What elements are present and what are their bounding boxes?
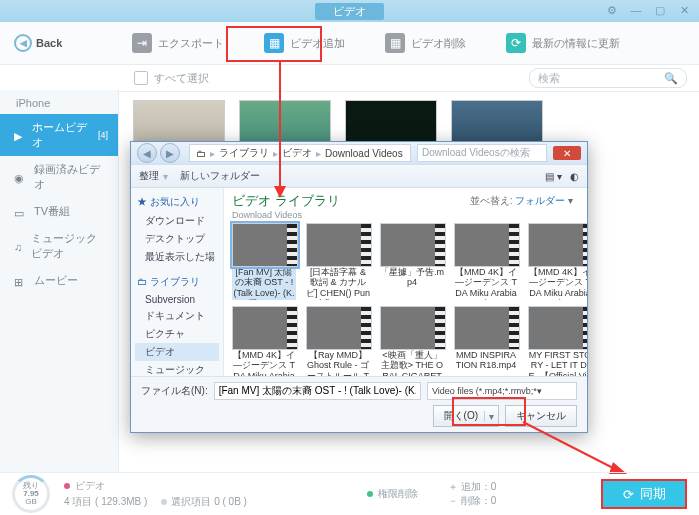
device-name: iPhone bbox=[16, 97, 50, 109]
main-toolbar: ◀ Back ⇥ エクスポート ▦ ビデオ追加 ▦ ビデオ削除 ⟳ 最新の情報に… bbox=[0, 22, 699, 65]
sidebar-item-tv[interactable]: ▭ TV番組 bbox=[0, 198, 118, 225]
sync-button[interactable]: ⟳ 同期 bbox=[601, 479, 687, 509]
file-item[interactable]: 【MMD 4K】イ―ジーデンス TDA Miku Arabian Princ..… bbox=[528, 223, 587, 300]
sidebar: iPhone ▶ ホームビデオ [4] ◉ 録画済みビデオ ▭ TV番組 ♫ ミ… bbox=[0, 90, 119, 473]
delete-video-label: ビデオ削除 bbox=[411, 36, 466, 51]
filetype-filter[interactable]: Video files (*.mp4;*.rmvb;* ▾ bbox=[427, 382, 577, 400]
nav-forward-icon[interactable]: ▶ bbox=[160, 143, 180, 163]
filename-input[interactable] bbox=[214, 382, 421, 400]
file-thumb-icon bbox=[380, 306, 446, 350]
file-name: <映画「重人」主題歌> THE ORAL CIGARETTES... bbox=[380, 350, 444, 376]
nav-favorites[interactable]: ★ お気に入り bbox=[135, 192, 219, 212]
nav-music[interactable]: ミュージック bbox=[135, 361, 219, 376]
nav-videos[interactable]: ビデオ bbox=[135, 343, 219, 361]
disk-meter: 残り 7.95 GB bbox=[12, 475, 50, 513]
minimize-icon[interactable]: — bbox=[627, 3, 645, 17]
sort-control[interactable]: 並べ替え: フォルダー ▾ bbox=[470, 194, 573, 208]
sidebar-item-music-video[interactable]: ♫ ミュージックビデオ bbox=[0, 225, 118, 267]
help-icon[interactable]: ◐ bbox=[570, 171, 579, 182]
maximize-icon[interactable]: ▢ bbox=[651, 3, 669, 17]
file-name: [Fan MV] 太陽の末裔 OST - ! (Talk Love)- (K.w… bbox=[232, 267, 296, 300]
nav-recent[interactable]: 最近表示した場 bbox=[135, 248, 219, 266]
selection-bar: すべて選択 検索 🔍 bbox=[0, 65, 699, 92]
file-thumb-icon bbox=[454, 306, 520, 350]
dialog-nav-pane: ★ お気に入り ダウンロード デスクトップ 最近表示した場 🗀 ライブラリ Su… bbox=[131, 188, 224, 376]
search-input[interactable]: 検索 🔍 bbox=[529, 68, 687, 88]
cancel-button[interactable]: キャンセル bbox=[505, 405, 577, 427]
dialog-close-icon[interactable]: ✕ bbox=[553, 146, 581, 160]
refresh-icon: ⟳ bbox=[506, 33, 526, 53]
back-label: Back bbox=[36, 37, 62, 49]
delete-video-icon: ▦ bbox=[385, 33, 405, 53]
app-title: ビデオ bbox=[315, 3, 384, 20]
file-item[interactable]: [日本語字幕 & 歌詞 & カナルビ] CHEN() Punch() - Eve… bbox=[306, 223, 370, 300]
nav-documents[interactable]: ドキュメント bbox=[135, 307, 219, 325]
refresh-button[interactable]: ⟳ 最新の情報に更新 bbox=[506, 33, 620, 53]
sidebar-item-recorded[interactable]: ◉ 録画済みビデオ bbox=[0, 156, 118, 198]
file-item[interactable]: <映画「重人」主題歌> THE ORAL CIGARETTES... bbox=[380, 306, 444, 376]
video-dot-icon bbox=[64, 483, 70, 489]
export-button[interactable]: ⇥ エクスポート bbox=[132, 33, 224, 53]
file-name: MY FIRST STORY - LET IT DIE -【Official V… bbox=[528, 350, 587, 376]
search-icon: 🔍 bbox=[664, 72, 678, 85]
file-item[interactable]: 【Ray MMD】Ghost Rule - ゴーストルール TDA Yowane… bbox=[306, 306, 370, 376]
nav-pictures[interactable]: ピクチャ bbox=[135, 325, 219, 343]
perm-dot-icon bbox=[367, 491, 373, 497]
dialog-footer: ファイル名(N): Video files (*.mp4;*.rmvb;* ▾ … bbox=[131, 376, 587, 432]
sel-dot-icon bbox=[161, 499, 167, 505]
sidebar-item-home-video[interactable]: ▶ ホームビデオ [4] bbox=[0, 114, 118, 156]
nav-desktop[interactable]: デスクトップ bbox=[135, 230, 219, 248]
sidebar-item-label: ムービー bbox=[34, 273, 78, 288]
movie-icon: ⊞ bbox=[14, 276, 26, 286]
tv-icon: ▭ bbox=[14, 207, 26, 217]
video-label: ビデオ bbox=[75, 479, 105, 493]
file-item[interactable]: MY FIRST STORY - LET IT DIE -【Official V… bbox=[528, 306, 587, 376]
dialog-search-placeholder: Download Videosの検索 bbox=[422, 146, 530, 160]
nav-downloads[interactable]: ダウンロード bbox=[135, 212, 219, 230]
sidebar-item-label: TV番組 bbox=[34, 204, 70, 219]
dialog-titlebar: ◀ ▶ 🗀 ▸ライブラリ ▸ビデオ ▸Download Videos Downl… bbox=[131, 142, 587, 164]
sidebar-item-movie[interactable]: ⊞ ムービー bbox=[0, 267, 118, 294]
open-button[interactable]: 開く(O) bbox=[433, 405, 499, 427]
file-name: 【Ray MMD】Ghost Rule - ゴーストルール TDA Yowane… bbox=[306, 350, 370, 376]
file-item[interactable]: 【MMD 4K】イ―ジーデンス TDA Miku Arabian Princ..… bbox=[232, 306, 296, 376]
breadcrumb-part[interactable]: ビデオ bbox=[282, 146, 312, 160]
recorded-icon: ◉ bbox=[14, 172, 26, 182]
file-item[interactable]: MMD INSPIRATION R18.mp4 bbox=[454, 306, 518, 376]
file-name: 【MMD 4K】イ―ジーデンス TDA Miku Arabian Princ..… bbox=[528, 267, 587, 300]
sync-icon: ⟳ bbox=[623, 487, 634, 502]
file-thumb-icon bbox=[232, 306, 298, 350]
organize-menu[interactable]: 整理 bbox=[139, 169, 159, 183]
file-item[interactable]: 「星據」予告.mp4 bbox=[380, 223, 444, 300]
nav-libraries[interactable]: 🗀 ライブラリ bbox=[135, 272, 219, 292]
gear-icon[interactable]: ⚙ bbox=[603, 3, 621, 17]
file-item[interactable]: [Fan MV] 太陽の末裔 OST - ! (Talk Love)- (K.w… bbox=[232, 223, 296, 300]
items-summary: 4 項目 ( 129.3MB ) bbox=[64, 495, 147, 509]
breadcrumb[interactable]: 🗀 ▸ライブラリ ▸ビデオ ▸Download Videos bbox=[189, 144, 411, 162]
dialog-search-input[interactable]: Download Videosの検索 bbox=[417, 144, 547, 162]
file-item[interactable]: 【MMD 4K】イ―ジーデンス TDA Miku Arabian Princ..… bbox=[454, 223, 518, 300]
del-value: 0 bbox=[491, 495, 497, 506]
select-all-checkbox[interactable] bbox=[134, 71, 148, 85]
library-subtitle: Download Videos bbox=[232, 210, 579, 220]
disk-unit: GB bbox=[25, 498, 37, 506]
file-thumb-icon bbox=[232, 223, 298, 267]
add-video-button[interactable]: ▦ ビデオ追加 bbox=[264, 33, 345, 53]
breadcrumb-part[interactable]: ライブラリ bbox=[219, 146, 269, 160]
close-icon[interactable]: ✕ bbox=[675, 3, 693, 17]
perm-del-label: 権限削除 bbox=[378, 487, 418, 501]
nav-back-icon[interactable]: ◀ bbox=[137, 143, 157, 163]
export-label: エクスポート bbox=[158, 36, 224, 51]
back-button[interactable]: ◀ Back bbox=[14, 34, 62, 52]
sidebar-item-label: 録画済みビデオ bbox=[34, 162, 108, 192]
delete-video-button[interactable]: ▦ ビデオ削除 bbox=[385, 33, 466, 53]
status-bar: 残り 7.95 GB ビデオ 4 項目 ( 129.3MB ) 選択項目 0 (… bbox=[0, 472, 699, 515]
dialog-toolbar: 整理 ▾ 新しいフォルダー ▤ ▾ ◐ bbox=[131, 164, 587, 188]
file-name: 【MMD 4K】イ―ジーデンス TDA Miku Arabian Princ..… bbox=[232, 350, 296, 376]
breadcrumb-part[interactable]: Download Videos bbox=[325, 148, 403, 159]
nav-subversion[interactable]: Subversion bbox=[135, 292, 219, 307]
new-folder-button[interactable]: 新しいフォルダー bbox=[180, 169, 260, 183]
file-name: MMD INSPIRATION R18.mp4 bbox=[454, 350, 518, 371]
export-icon: ⇥ bbox=[132, 33, 152, 53]
view-icon[interactable]: ▤ ▾ bbox=[545, 171, 562, 182]
